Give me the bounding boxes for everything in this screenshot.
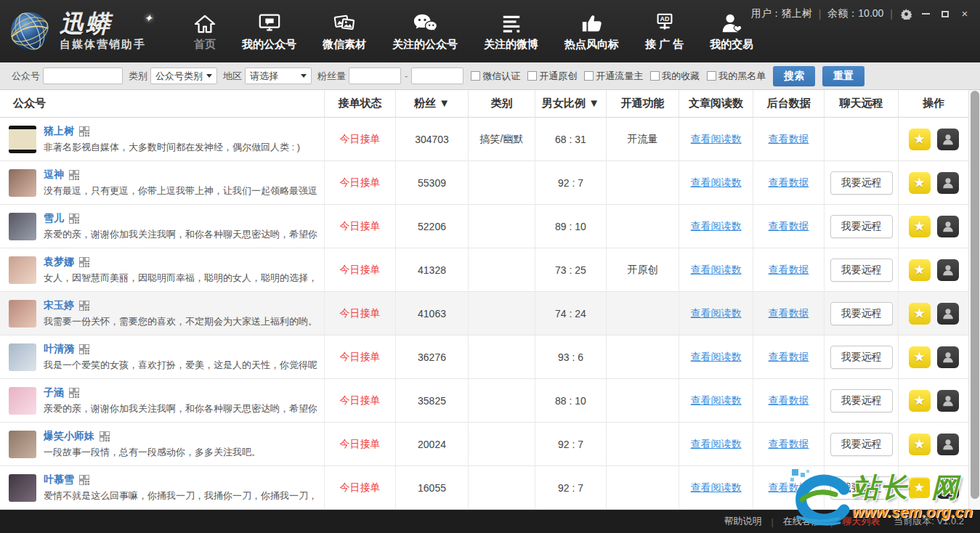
account-name-link[interactable]: 叶慕雪: [44, 473, 74, 487]
table-row[interactable]: 子涵 亲爱的亲，谢谢你加我关注我啊，和你各种聊天思密达哟，希望你能 今日接单 3…: [0, 379, 980, 423]
qr-code-icon[interactable]: [69, 170, 79, 180]
table-row[interactable]: 叶慕雪 爱情不就是这么回事嘛，你捅我一刀，我捅你一刀，你捅我一刀，我 今日接单 …: [0, 466, 980, 510]
remote-button[interactable]: 我要远程: [830, 259, 893, 282]
reset-button[interactable]: 重置: [822, 66, 864, 86]
chat-list-link[interactable]: 聊天列表: [842, 515, 880, 528]
favorite-star-button[interactable]: ★: [909, 434, 931, 455]
nav-item-followed-weibo[interactable]: 关注的微博: [484, 11, 538, 52]
view-reads-link[interactable]: 查看阅读数: [691, 394, 742, 407]
table-row[interactable]: 逗神 没有最逗，只有更逗，你带上逗我带上神，让我们一起领略最强逗比 今日接单 5…: [0, 161, 980, 205]
favorite-star-button[interactable]: ★: [909, 129, 931, 150]
view-reads-link[interactable]: 查看阅读数: [691, 481, 742, 495]
view-reads-link[interactable]: 查看阅读数: [691, 176, 742, 190]
table-row[interactable]: 猪上树 非著名影视自媒体，大多数时间都在发神经，偶尔做回人类 : ) 今日接单 …: [0, 118, 980, 161]
view-backend-data-link[interactable]: 查看数据: [769, 220, 809, 233]
qr-code-icon[interactable]: [69, 388, 79, 398]
remote-button[interactable]: 我要远程: [830, 433, 893, 456]
favorite-star-button[interactable]: ★: [909, 259, 931, 281]
view-backend-data-link[interactable]: 查看数据: [769, 264, 809, 277]
column-header-3[interactable]: 粉丝 ▼: [396, 90, 469, 117]
account-name-link[interactable]: 袁梦娜: [44, 256, 74, 269]
account-name-link[interactable]: 爆笑小师妹: [44, 430, 94, 443]
favorite-star-button[interactable]: ★: [909, 346, 931, 368]
table-row[interactable]: 叶清漪 我是一个爱笑的女孩，喜欢打扮，爱美，这是人的天性，你觉得呢？ 今日接单 …: [0, 335, 980, 379]
close-button[interactable]: ×: [958, 8, 971, 20]
qr-code-icon[interactable]: [79, 126, 89, 137]
minimize-button[interactable]: [919, 8, 932, 20]
remote-button[interactable]: 我要远程: [830, 302, 893, 325]
column-header-5[interactable]: 男女比例 ▼: [535, 90, 607, 117]
checkbox-my-blacklist[interactable]: 我的黑名单: [707, 70, 766, 83]
qr-code-icon[interactable]: [79, 475, 89, 485]
checkbox-traffic-enabled[interactable]: 开通流量主: [584, 70, 643, 83]
nav-item-take-ads[interactable]: AD 接 广 告: [645, 11, 684, 52]
fans-max-input[interactable]: [411, 68, 463, 84]
region-select[interactable]: 请选择: [245, 68, 312, 84]
view-backend-data-link[interactable]: 查看数据: [769, 307, 809, 320]
nav-item-my-trades[interactable]: 我的交易: [710, 11, 753, 52]
favorite-star-button[interactable]: ★: [909, 390, 931, 412]
fans-min-input[interactable]: [349, 68, 401, 84]
search-button[interactable]: 搜索: [773, 66, 815, 86]
remote-button[interactable]: 我要远程: [830, 346, 893, 369]
account-search-input[interactable]: [43, 68, 123, 84]
view-backend-data-link[interactable]: 查看数据: [769, 351, 809, 364]
contact-button[interactable]: [937, 477, 959, 499]
view-reads-link[interactable]: 查看阅读数: [691, 438, 742, 451]
contact-button[interactable]: [937, 390, 959, 412]
account-name-link[interactable]: 逗神: [44, 168, 64, 182]
contact-button[interactable]: [937, 172, 959, 194]
view-reads-link[interactable]: 查看阅读数: [691, 264, 742, 277]
checkbox-my-favorites[interactable]: 我的收藏: [650, 70, 700, 83]
qr-code-icon[interactable]: [79, 301, 89, 311]
contact-button[interactable]: [937, 129, 959, 150]
nav-item-home[interactable]: 首页: [194, 11, 216, 52]
qr-code-icon[interactable]: [69, 213, 79, 224]
favorite-star-button[interactable]: ★: [909, 172, 931, 194]
contact-button[interactable]: [937, 259, 959, 281]
view-reads-link[interactable]: 查看阅读数: [691, 307, 742, 320]
contact-button[interactable]: [937, 216, 959, 237]
view-reads-link[interactable]: 查看阅读数: [691, 220, 742, 233]
account-name-link[interactable]: 叶清漪: [44, 343, 74, 356]
view-reads-link[interactable]: 查看阅读数: [691, 133, 742, 146]
checkbox-original-enabled[interactable]: 开通原创: [527, 70, 577, 83]
nav-item-hot-trends[interactable]: 热点风向标: [564, 11, 619, 52]
view-backend-data-link[interactable]: 查看数据: [769, 438, 809, 451]
table-row[interactable]: 袁梦娜 女人，因智慧而美丽，因聪明而幸福，聪明的女人，聪明的选择，实 今日接单 …: [0, 248, 980, 292]
view-backend-data-link[interactable]: 查看数据: [769, 176, 809, 190]
contact-button[interactable]: [937, 346, 959, 368]
qr-code-icon[interactable]: [79, 344, 89, 354]
account-name-link[interactable]: 雪儿: [44, 212, 64, 225]
category-select[interactable]: 公众号类别: [150, 68, 217, 84]
nav-item-followed-accounts[interactable]: 关注的公众号: [392, 11, 458, 52]
qr-code-icon[interactable]: [100, 431, 110, 442]
remote-button[interactable]: 我要远程: [830, 215, 893, 238]
remote-button[interactable]: 我要远程: [830, 389, 893, 412]
checkbox-wechat-verified[interactable]: 微信认证: [471, 70, 520, 83]
settings-gear-icon[interactable]: [899, 8, 912, 20]
nav-item-my-official-accounts[interactable]: 我的公众号: [242, 11, 296, 52]
contact-button[interactable]: [937, 303, 959, 325]
view-backend-data-link[interactable]: 查看数据: [769, 481, 809, 495]
maximize-button[interactable]: [939, 8, 952, 20]
table-row[interactable]: 爆笑小师妹 一段故事一段情，总有一段感动你，多多关注我吧。 今日接单 20024…: [0, 423, 980, 466]
qr-code-icon[interactable]: [79, 257, 89, 267]
favorite-star-button[interactable]: ★: [909, 216, 931, 237]
help-link[interactable]: 帮助说明: [724, 515, 761, 528]
favorite-star-button[interactable]: ★: [909, 303, 931, 325]
view-backend-data-link[interactable]: 查看数据: [769, 133, 809, 146]
nav-item-wechat-material[interactable]: 微信素材: [323, 11, 366, 52]
scrollbar-thumb[interactable]: [971, 91, 979, 499]
table-row[interactable]: 雪儿 亲爱的亲，谢谢你加我关注我啊，和你各种聊天思密达哟，希望你能 今日接单 5…: [0, 205, 980, 248]
contact-button[interactable]: [937, 434, 959, 455]
view-backend-data-link[interactable]: 查看数据: [769, 394, 809, 407]
online-service-link[interactable]: 在线客服: [783, 515, 821, 528]
account-name-link[interactable]: 猪上树: [44, 125, 74, 138]
view-reads-link[interactable]: 查看阅读数: [691, 351, 742, 364]
remote-button[interactable]: 我要远程: [830, 476, 893, 500]
favorite-star-button[interactable]: ★: [909, 477, 931, 499]
account-name-link[interactable]: 宋玉婷: [44, 299, 74, 312]
account-name-link[interactable]: 子涵: [44, 386, 64, 399]
table-row[interactable]: 宋玉婷 我需要一份关怀，需要您的喜欢，不定期会为大家送上福利的哟。每 今日接单 …: [0, 292, 980, 335]
